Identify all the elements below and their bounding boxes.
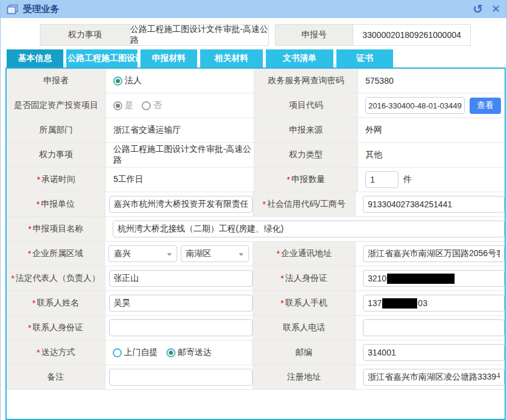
required-marker: * [28,249,31,259]
legal-id-label: * 法人身份证 [253,266,356,290]
delivery-label: * 送达方式 [7,340,105,365]
redaction-bar [387,274,455,284]
contact-id-label: * 联系人身份证 [7,316,105,340]
remark-label: 备注 [7,365,105,389]
header-gap [269,24,275,46]
required-marker: * [277,249,280,259]
contact-name-input[interactable] [109,295,253,312]
contact-id-input[interactable] [109,319,253,336]
power-item-label: 权力事项 [7,143,106,167]
tab-bar: 基本信息 公路工程施工图设计 申报材料 相关材料 文书清单 证书 [7,49,506,67]
mail-radio-label: 邮寄送达 [178,347,212,358]
tab-application-materials[interactable]: 申报材料 [140,49,197,67]
required-marker: * [28,224,31,234]
city-select[interactable]: 嘉兴 [109,245,177,262]
tab-related-materials[interactable]: 相关材料 [200,49,263,67]
fixed-asset-no-label: 否 [153,100,162,111]
applicant-label: 申报者 [7,69,106,93]
basic-info-form: 申报者 法人 政务服务网查询密码 575380 是否固定资产投资项目 是 否 项… [5,67,506,420]
mail-radio[interactable] [166,348,175,357]
quantity-input[interactable] [365,171,398,188]
fixed-asset-label: 是否固定资产投资项目 [7,93,106,118]
fixed-asset-yes-radio [113,101,122,110]
pickup-radio-label: 上门自提 [124,347,158,358]
tab-document-list[interactable]: 文书清单 [266,49,333,67]
close-icon[interactable]: ✕ [491,4,500,14]
tab-construction-drawing[interactable]: 公路工程施工图设计 [66,49,137,67]
row-project-name: * 申报项目名称 [7,217,505,242]
project-name-input[interactable] [113,221,505,237]
row-department: 所属部门 浙江省交通运输厅 申报来源 外网 [7,118,505,143]
required-marker: * [11,274,14,283]
promise-time-label: * 承诺时间 [7,168,106,192]
contact-mobile-label: * 联系人手机 [253,291,356,315]
power-item-value: 公路工程施工图设计文件审批-高速公路 [113,144,254,166]
required-marker: * [33,298,36,308]
remark-input[interactable] [109,369,253,386]
project-name-label: * 申报项目名称 [7,217,105,241]
tab-certificate[interactable]: 证书 [336,49,393,67]
required-marker: * [37,175,40,184]
query-password-label: 政务服务网查询密码 [254,69,358,93]
titlebar: 受理业务 ↺ ✕ [1,0,506,18]
application-number-label: 申报号 [275,24,353,46]
window-title: 受理业务 [23,4,59,15]
row-applicant: 申报者 法人 政务服务网查询密码 575380 [7,69,505,93]
project-code-label: 项目代码 [254,93,358,118]
contact-mobile-field[interactable]: 137 03 [363,295,505,312]
required-marker: * [281,274,284,283]
header-summary: 权力事项 公路工程施工图设计文件审批-高速公路 申报号 330000201809… [40,24,506,46]
row-fixed-asset: 是否固定资产投资项目 是 否 项目代码 查看 [7,93,505,118]
query-password-value: 575380 [365,76,394,86]
row-remark: 备注 注册地址 [7,365,505,390]
legal-person-input[interactable] [109,270,253,287]
row-contact-name: * 联系人姓名 * 联系人手机 137 03 [7,291,505,316]
credit-code-label: * 社会信用代码/工商号 [253,192,356,216]
row-power-item: 权力事项 公路工程施工图设计文件审批-高速公路 权力类型 其他 [7,143,505,168]
source-value: 外网 [365,125,382,136]
contact-phone-input[interactable] [363,319,505,336]
contact-mobile-suffix: 03 [418,298,427,308]
project-code-input[interactable] [365,97,465,114]
credit-code-input[interactable] [363,196,505,213]
row-apply-unit: * 申报单位 * 社会信用代码/工商号 [7,192,505,217]
pickup-radio[interactable] [113,348,122,357]
required-marker: * [287,175,290,184]
legal-person-label: * 法定代表人（负责人） [7,266,105,290]
refresh-icon[interactable]: ↺ [473,3,483,15]
quantity-label: * 申报数量 [254,168,358,192]
view-button[interactable]: 查看 [470,98,501,114]
department-label: 所属部门 [7,118,106,142]
power-type-value: 其他 [365,149,382,160]
contact-phone-label: 联系人电话 [253,316,356,340]
application-number-value: 330000201809261000004 [353,24,471,46]
region-label: * 企业所属区域 [7,242,105,266]
required-marker: * [281,298,284,308]
row-legal-person: * 法定代表人（负责人） * 法人身份证 3210 [7,266,505,291]
row-contact-id: * 联系人身份证 联系人电话 [7,316,505,340]
apply-unit-input[interactable] [109,196,253,213]
legal-id-field[interactable]: 3210 [363,270,505,287]
required-marker: * [28,323,31,333]
legal-person-radio[interactable] [113,77,122,86]
redaction-bar [382,298,417,309]
legal-id-prefix: 3210 [368,274,386,283]
company-address-input[interactable] [363,245,505,262]
fixed-asset-yes-label: 是 [125,100,133,111]
required-marker: * [37,199,40,209]
postcode-input[interactable] [363,344,505,361]
titlebar-actions: ↺ ✕ [473,3,500,15]
legal-person-radio-label: 法人 [125,75,142,86]
reg-address-input[interactable] [363,369,505,386]
reg-address-label: 注册地址 [253,365,356,389]
contact-name-label: * 联系人姓名 [7,291,105,315]
tab-basic-info[interactable]: 基本信息 [7,49,63,67]
source-label: 申报来源 [254,118,358,142]
power-item-header-label: 权力事项 [40,24,130,46]
promise-time-value: 5工作日 [113,174,143,185]
row-promise-time: * 承诺时间 5工作日 * 申报数量 件 [7,168,505,192]
company-address-label: * 企业通讯地址 [253,242,356,266]
window-icon [7,4,18,14]
row-region: * 企业所属区域 嘉兴 南湖区 * 企业通讯地址 [7,242,505,266]
district-select[interactable]: 南湖区 [181,245,250,262]
